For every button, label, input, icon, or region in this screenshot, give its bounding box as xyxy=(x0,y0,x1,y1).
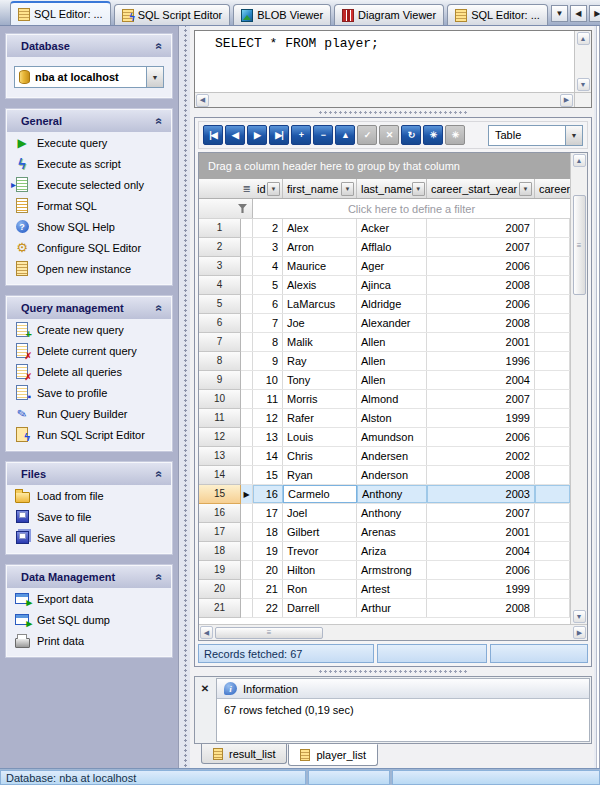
cell-id[interactable]: 18 xyxy=(253,523,283,541)
cell-last-name[interactable]: Ariza xyxy=(357,542,427,560)
cell-career-extra[interactable] xyxy=(535,314,570,332)
chevron-up-double-icon[interactable]: « xyxy=(153,471,167,478)
delete-record-button[interactable]: − xyxy=(313,125,333,145)
row-number[interactable]: 19 xyxy=(199,561,241,580)
cell-first-name[interactable]: Alex xyxy=(283,219,357,237)
cell-first-name[interactable]: Maurice xyxy=(283,257,357,275)
cell-first-name[interactable]: Ray xyxy=(283,352,357,370)
cell-career-extra[interactable] xyxy=(535,295,570,313)
cell-id[interactable]: 22 xyxy=(253,599,283,617)
sidebar-item-execute-as-script[interactable]: Execute as script xyxy=(7,153,171,174)
cell-last-name[interactable]: Amundson xyxy=(357,428,427,446)
table-row[interactable]: 1011MorrisAlmond2007 xyxy=(199,390,570,409)
cell-id[interactable]: 12 xyxy=(253,409,283,427)
column-header-last-name[interactable]: last_name▼ xyxy=(357,179,427,198)
cell-career-start-year[interactable]: 2006 xyxy=(427,295,535,313)
sidebar-item-save-to-file[interactable]: Save to file xyxy=(7,506,171,527)
row-number[interactable]: 17 xyxy=(199,523,241,542)
table-row[interactable]: 15▶16CarmeloAnthony2003 xyxy=(199,485,570,504)
vertical-splitter[interactable] xyxy=(178,26,190,768)
cell-first-name[interactable]: Morris xyxy=(283,390,357,408)
bottom-tab-result-list[interactable]: result_list xyxy=(201,744,287,764)
cell-first-name[interactable]: Joe xyxy=(283,314,357,332)
cell-career-start-year[interactable]: 2007 xyxy=(427,504,535,522)
cell-id[interactable]: 19 xyxy=(253,542,283,560)
cell-last-name[interactable]: Arenas xyxy=(357,523,427,541)
cell-first-name[interactable]: Tony xyxy=(283,371,357,389)
scroll-up-icon[interactable]: ▲ xyxy=(573,154,586,167)
column-dropdown-icon[interactable]: ▼ xyxy=(341,182,354,196)
cell-career-extra[interactable] xyxy=(535,276,570,294)
sidebar-item-run-sql-script-editor[interactable]: Run SQL Script Editor xyxy=(7,424,171,445)
cell-id[interactable]: 6 xyxy=(253,295,283,313)
row-number[interactable]: 1 xyxy=(199,219,241,238)
table-row[interactable]: 1819TrevorAriza2004 xyxy=(199,542,570,561)
row-number[interactable]: 21 xyxy=(199,599,241,618)
group-by-panel[interactable]: Drag a column header here to group by th… xyxy=(199,153,570,179)
cell-first-name[interactable]: Chris xyxy=(283,447,357,465)
cell-id[interactable]: 5 xyxy=(253,276,283,294)
section-header-database[interactable]: Database« xyxy=(7,35,171,57)
cell-career-start-year[interactable]: 2001 xyxy=(427,523,535,541)
scroll-left-icon[interactable]: ◀ xyxy=(200,626,213,639)
cell-last-name[interactable]: Allen xyxy=(357,352,427,370)
grid-hscrollbar[interactable]: ◀ ≡ ▶ xyxy=(199,624,587,640)
cell-first-name[interactable]: LaMarcus xyxy=(283,295,357,313)
table-row[interactable]: 1718GilbertArenas2001 xyxy=(199,523,570,542)
cell-career-extra[interactable] xyxy=(535,542,570,560)
sidebar-item-export-data[interactable]: Export data xyxy=(7,588,171,609)
cell-first-name[interactable]: Joel xyxy=(283,504,357,522)
row-number[interactable]: 14 xyxy=(199,466,241,485)
window-tab-sql-script-editor[interactable]: SQL Script Editor xyxy=(114,4,231,25)
filter-hint-cell[interactable]: Click here to define a filter xyxy=(253,199,570,218)
chevron-up-double-icon[interactable]: « xyxy=(153,305,167,312)
cell-id[interactable]: 10 xyxy=(253,371,283,389)
row-number[interactable]: 6 xyxy=(199,314,241,333)
edit-record-button[interactable]: ▲ xyxy=(335,125,355,145)
table-row[interactable]: 2021RonArtest1999 xyxy=(199,580,570,599)
cell-career-extra[interactable] xyxy=(535,352,570,370)
table-row[interactable]: 1314ChrisAndersen2002 xyxy=(199,447,570,466)
window-tab-sql-editor[interactable]: SQL Editor: ... xyxy=(447,4,548,25)
grid-vscrollbar[interactable]: ▲ ≡ ▼ xyxy=(570,153,587,624)
cell-last-name[interactable]: Arthur xyxy=(357,599,427,617)
cell-first-name[interactable]: Carmelo xyxy=(283,485,357,503)
section-header-query-management[interactable]: Query management« xyxy=(7,297,171,319)
cell-career-start-year[interactable]: 2003 xyxy=(427,485,535,503)
cell-career-start-year[interactable]: 2004 xyxy=(427,371,535,389)
first-record-button[interactable]: |◀ xyxy=(203,125,223,145)
cell-id[interactable]: 21 xyxy=(253,580,283,598)
cell-id[interactable]: 4 xyxy=(253,257,283,275)
cell-first-name[interactable]: Louis xyxy=(283,428,357,446)
cell-career-extra[interactable] xyxy=(535,333,570,351)
table-row[interactable]: 67JoeAlexander2008 xyxy=(199,314,570,333)
refresh-records-button[interactable]: ↻ xyxy=(401,125,421,145)
section-header-data-management[interactable]: Data Management« xyxy=(7,566,171,588)
row-number[interactable]: 16 xyxy=(199,504,241,523)
cell-first-name[interactable]: Alexis xyxy=(283,276,357,294)
chevron-up-double-icon[interactable]: « xyxy=(153,43,167,50)
cell-career-start-year[interactable]: 1999 xyxy=(427,409,535,427)
cell-last-name[interactable]: Alston xyxy=(357,409,427,427)
cell-career-extra[interactable] xyxy=(535,599,570,617)
cell-career-extra[interactable] xyxy=(535,371,570,389)
sidebar-item-open-new-instance[interactable]: Open new instance xyxy=(7,258,171,279)
row-number[interactable]: 4 xyxy=(199,276,241,295)
tab-list-button[interactable]: ▼ xyxy=(551,5,568,22)
cell-career-extra[interactable] xyxy=(535,504,570,522)
cell-last-name[interactable]: Acker xyxy=(357,219,427,237)
table-row[interactable]: 2122DarrellArthur2008 xyxy=(199,599,570,618)
sidebar-item-delete-current-query[interactable]: Delete current query xyxy=(7,340,171,361)
cell-first-name[interactable]: Trevor xyxy=(283,542,357,560)
cell-last-name[interactable]: Anderson xyxy=(357,466,427,484)
sidebar-item-configure-sql-editor[interactable]: Configure SQL Editor xyxy=(7,237,171,258)
cell-last-name[interactable]: Allen xyxy=(357,371,427,389)
column-header-career-start-year[interactable]: career_start_year▼ xyxy=(427,179,535,198)
cell-career-start-year[interactable]: 2008 xyxy=(427,466,535,484)
close-icon[interactable]: ✕ xyxy=(201,683,209,694)
column-dropdown-icon[interactable]: ▼ xyxy=(519,182,532,196)
table-row[interactable]: 78MalikAllen2001 xyxy=(199,333,570,352)
sidebar-item-print-data[interactable]: Print data xyxy=(7,630,171,651)
cell-career-extra[interactable] xyxy=(535,409,570,427)
window-tab-blob-viewer[interactable]: BLOB Viewer xyxy=(233,4,331,25)
